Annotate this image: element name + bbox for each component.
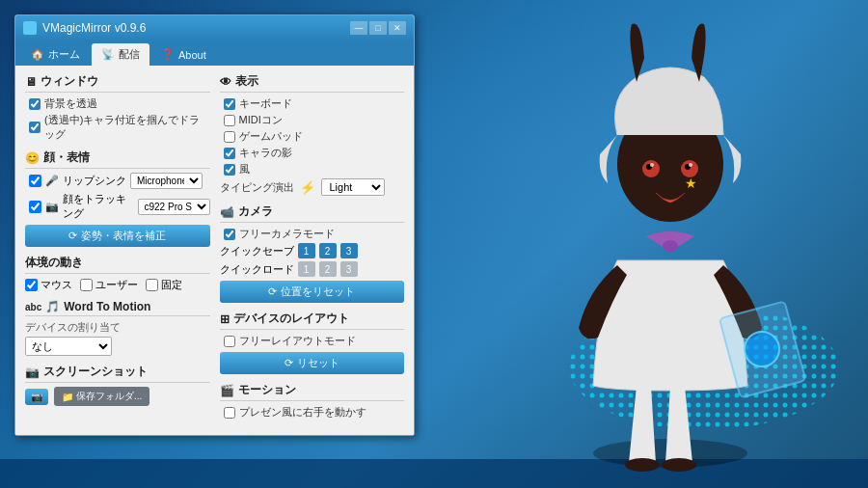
present-hand-checkbox[interactable]	[224, 407, 235, 419]
webcam-icon: 📷	[45, 201, 59, 213]
quick-load-label: クイックロード	[220, 262, 294, 277]
midi-display-row: MIDIコン	[220, 113, 405, 127]
quick-load-1-button[interactable]: 1	[298, 261, 315, 277]
gamepad-display-checkbox[interactable]	[224, 131, 235, 143]
posture-icon: ⟳	[68, 230, 77, 242]
wind-checkbox[interactable]	[224, 164, 235, 176]
tab-about[interactable]: ❓ About	[151, 43, 216, 66]
title-bar-controls[interactable]: — □ ✕	[350, 21, 406, 35]
avatar-figure: ★	[521, 19, 820, 473]
midi-display-checkbox[interactable]	[224, 115, 235, 126]
app-icon	[23, 21, 37, 35]
quick-save-3-button[interactable]: 3	[340, 243, 358, 258]
folder-label: 保存フォルダ...	[76, 390, 142, 403]
device-reset-icon: ⟳	[285, 357, 293, 369]
reset-position-button[interactable]: ⟳ 位置をリセット	[220, 281, 405, 303]
free-camera-label: フリーカメラモード	[239, 227, 335, 241]
lip-sync-checkbox[interactable]	[29, 175, 41, 187]
lip-sync-device-select[interactable]: Microphone (C	[130, 173, 203, 189]
face-tracking-device-select[interactable]: c922 Pro Strea	[138, 199, 210, 215]
maximize-button[interactable]: □	[369, 21, 387, 35]
char-shadow-checkbox[interactable]	[224, 148, 235, 159]
quick-save-2-button[interactable]: 2	[319, 243, 337, 258]
tab-home[interactable]: 🏠 ホーム	[21, 43, 90, 66]
svg-point-15	[662, 458, 696, 472]
quick-save-1-button[interactable]: 1	[298, 243, 315, 258]
body-motion-header: 体境の動き	[25, 255, 210, 274]
abc-icon: abc	[25, 302, 41, 312]
face-tracking-label: 顔をトラッキング	[63, 192, 134, 221]
device-layout-label: デバイスのレイアウト	[233, 311, 349, 327]
face-tracking-checkbox[interactable]	[29, 201, 41, 213]
window-section: 🖥 ウィンドウ 背景を透過 (透過中)キャラ付近を掴んでドラッグ	[25, 73, 210, 142]
face-section-header: 😊 顔・表情	[25, 149, 210, 169]
window-section-header: 🖥 ウィンドウ	[25, 73, 210, 93]
typing-effect-row: タイピング演出 ⚡ Light Normal Heavy	[220, 178, 405, 196]
tab-streaming[interactable]: 📡 配信	[92, 43, 149, 66]
bg-transparent-label: 背景を透過	[44, 96, 97, 111]
device-assign-select[interactable]: なし	[25, 337, 112, 356]
tab-about-label: About	[178, 49, 206, 61]
bg-transparent-row: 背景を透過	[25, 96, 210, 111]
motion-label: モーション	[238, 382, 296, 398]
keyboard-display-checkbox[interactable]	[224, 98, 235, 110]
device-reset-label: リセット	[297, 356, 339, 370]
display-header: 👁 表示	[220, 73, 405, 93]
lightning-icon: ⚡	[300, 180, 315, 195]
free-layout-checkbox[interactable]	[224, 336, 235, 347]
free-camera-checkbox[interactable]	[224, 229, 235, 240]
free-camera-row: フリーカメラモード	[220, 227, 405, 241]
quick-load-3-button[interactable]: 3	[340, 261, 358, 277]
face-icon: 😊	[25, 151, 40, 165]
streaming-icon: 📡	[101, 48, 115, 61]
minimize-button[interactable]: —	[350, 21, 367, 35]
wind-label: 風	[239, 162, 250, 176]
user-motion-checkbox[interactable]	[80, 279, 93, 291]
fixed-motion-checkbox[interactable]	[146, 279, 158, 291]
mic-icon: 🎤	[45, 175, 59, 187]
music-icon: 🎵	[45, 300, 60, 313]
tab-home-label: ホーム	[48, 47, 80, 62]
screenshot-section: 📷 スクリーンショット 📷 📁 保存フォルダ...	[25, 364, 210, 406]
display-icon: 👁	[220, 75, 231, 89]
svg-point-13	[745, 332, 779, 366]
camera-icon: 📹	[220, 205, 234, 219]
screenshot-icon: 📷	[25, 366, 40, 379]
device-reset-button[interactable]: ⟳ リセット	[220, 352, 405, 374]
window-icon: 🖥	[25, 75, 37, 89]
body-motion-label: 体境の動き	[25, 255, 83, 271]
tab-bar: 🏠 ホーム 📡 配信 ❓ About	[15, 41, 414, 66]
reset-icon: ⟳	[268, 285, 277, 298]
app-title: VMagicMirror v0.9.6	[42, 21, 146, 35]
quick-load-row: クイックロード 1 2 3	[220, 261, 405, 277]
device-layout-section: ⊞ デバイスのレイアウト フリーレイアウトモード ⟳ リセット	[220, 311, 405, 374]
open-folder-button[interactable]: 📁 保存フォルダ...	[54, 387, 149, 406]
mouse-motion-checkbox[interactable]	[25, 279, 38, 291]
device-layout-header: ⊞ デバイスのレイアウト	[220, 311, 405, 330]
posture-correct-button[interactable]: ⟳ 姿勢・表情を補正	[25, 225, 210, 247]
layout-icon: ⊞	[220, 312, 230, 326]
display-section: 👁 表示 キーボード MIDIコン ゲームパッド キャラの影	[220, 73, 405, 196]
take-screenshot-button[interactable]: 📷	[25, 389, 48, 405]
drag-char-checkbox[interactable]	[29, 122, 41, 133]
typing-effect-select[interactable]: Light Normal Heavy	[321, 178, 385, 196]
typing-effect-label: タイピング演出	[220, 180, 294, 195]
quick-load-2-button[interactable]: 2	[319, 261, 337, 277]
screenshot-buttons-row: 📷 📁 保存フォルダ...	[25, 387, 210, 406]
display-label: 表示	[235, 73, 258, 90]
midi-display-label: MIDIコン	[239, 113, 283, 127]
camera-label: カメラ	[238, 203, 273, 220]
bg-transparent-checkbox[interactable]	[29, 98, 41, 110]
svg-point-10	[689, 163, 692, 167]
gamepad-display-row: ゲームパッド	[220, 129, 405, 144]
char-shadow-label: キャラの影	[239, 146, 292, 160]
motion-icon: 🎬	[220, 384, 234, 397]
drag-char-row: (透過中)キャラ付近を掴んでドラッグ	[25, 113, 210, 142]
body-motion-checkboxes: マウス ユーザー 固定	[25, 278, 210, 292]
lip-sync-row: 🎤 リップシンク Microphone (C	[25, 173, 210, 189]
close-button[interactable]: ✕	[389, 21, 406, 35]
present-hand-label: プレゼン風に右手を動かす	[239, 405, 366, 420]
face-section: 😊 顔・表情 🎤 リップシンク Microphone (C 📷 顔をトラッキング	[25, 149, 210, 247]
wind-row: 風	[220, 162, 405, 176]
svg-point-9	[650, 163, 654, 167]
